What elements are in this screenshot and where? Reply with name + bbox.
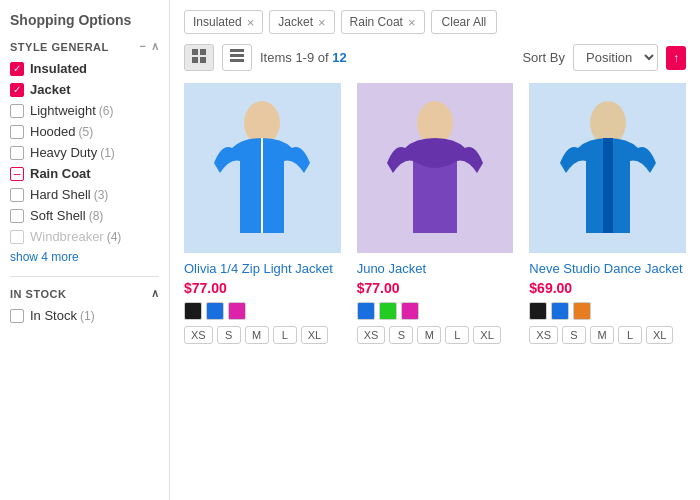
checkbox-soft-shell[interactable]	[10, 209, 24, 223]
toolbar: Items 1-9 of 12 Sort By Position Name Pr…	[184, 44, 686, 71]
caret-icon[interactable]: ∧	[151, 40, 160, 53]
product-sizes-3: XS S M L XL	[529, 326, 686, 344]
product-price-3: $69.00	[529, 280, 686, 296]
filter-item-jacket[interactable]: Jacket	[10, 82, 159, 97]
sort-select[interactable]: Position Name Price	[573, 44, 658, 71]
sidebar-title: Shopping Options	[10, 12, 159, 28]
filter-item-in-stock[interactable]: In Stock (1)	[10, 308, 159, 323]
size-xs-1[interactable]: XS	[184, 326, 213, 344]
remove-insulated-button[interactable]: ×	[247, 16, 255, 29]
product-name-2[interactable]: Juno Jacket	[357, 261, 514, 276]
product-card-1: Olivia 1/4 Zip Light Jacket $77.00 XS S …	[184, 83, 341, 344]
product-name-1[interactable]: Olivia 1/4 Zip Light Jacket	[184, 261, 341, 276]
in-stock-label: IN STOCK	[10, 288, 66, 300]
filter-count-hard-shell: (3)	[94, 188, 109, 202]
collapse-icons[interactable]: − ∧	[140, 40, 159, 53]
filter-label-jacket: Jacket	[30, 82, 70, 97]
filter-label-in-stock: In Stock	[30, 308, 77, 323]
filter-tag-rain-coat[interactable]: Rain Coat ×	[341, 10, 425, 34]
product-card-2: Juno Jacket $77.00 XS S M L XL	[357, 83, 514, 344]
size-xl-1[interactable]: XL	[301, 326, 328, 344]
filter-tag-insulated[interactable]: Insulated ×	[184, 10, 263, 34]
filter-tag-jacket[interactable]: Jacket ×	[269, 10, 334, 34]
svg-rect-2	[192, 57, 198, 63]
checkbox-heavy-duty[interactable]	[10, 146, 24, 160]
show-more-link[interactable]: show 4 more	[10, 250, 159, 264]
product-svg-2	[375, 83, 495, 253]
product-image-3	[529, 83, 686, 253]
size-m-1[interactable]: M	[245, 326, 269, 344]
product-svg-3	[548, 83, 668, 253]
svg-rect-1	[200, 49, 206, 55]
checkbox-hooded[interactable]	[10, 125, 24, 139]
product-image-2	[357, 83, 514, 253]
filter-item-soft-shell[interactable]: Soft Shell (8)	[10, 208, 159, 223]
checkbox-hard-shell[interactable]	[10, 188, 24, 202]
product-sizes-1: XS S M L XL	[184, 326, 341, 344]
remove-jacket-button[interactable]: ×	[318, 16, 326, 29]
checkbox-jacket[interactable]	[10, 83, 24, 97]
size-m-2[interactable]: M	[417, 326, 441, 344]
product-swatches-3	[529, 302, 686, 320]
swatch-pink-2[interactable]	[401, 302, 419, 320]
checkbox-in-stock[interactable]	[10, 309, 24, 323]
product-image-1	[184, 83, 341, 253]
clear-all-button[interactable]: Clear All	[431, 10, 498, 34]
swatch-green-2[interactable]	[379, 302, 397, 320]
filter-label-rain-coat: Rain Coat	[30, 166, 91, 181]
swatch-black-3[interactable]	[529, 302, 547, 320]
checkbox-insulated[interactable]	[10, 62, 24, 76]
remove-rain-coat-button[interactable]: ×	[408, 16, 416, 29]
product-name-3[interactable]: Neve Studio Dance Jacket	[529, 261, 686, 276]
filter-item-heavy-duty[interactable]: Heavy Duty (1)	[10, 145, 159, 160]
filter-count-windbreaker: (4)	[107, 230, 122, 244]
swatch-orange-3[interactable]	[573, 302, 591, 320]
filter-label-heavy-duty: Heavy Duty	[30, 145, 97, 160]
swatch-blue-2[interactable]	[357, 302, 375, 320]
filter-label-hooded: Hooded	[30, 124, 76, 139]
swatch-blue-1[interactable]	[206, 302, 224, 320]
filter-count-hooded: (5)	[79, 125, 94, 139]
grid-view-button[interactable]	[184, 44, 214, 71]
filter-count-soft-shell: (8)	[89, 209, 104, 223]
in-stock-section-header: IN STOCK ∧	[10, 287, 159, 300]
filter-item-lightweight[interactable]: Lightweight (6)	[10, 103, 159, 118]
size-s-1[interactable]: S	[217, 326, 241, 344]
filter-label-windbreaker: Windbreaker	[30, 229, 104, 244]
filter-tag-insulated-label: Insulated	[193, 15, 242, 29]
size-xs-2[interactable]: XS	[357, 326, 386, 344]
filter-item-hard-shell[interactable]: Hard Shell (3)	[10, 187, 159, 202]
grid-icon	[192, 49, 206, 63]
main-content: Insulated × Jacket × Rain Coat × Clear A…	[170, 0, 700, 500]
in-stock-collapse-icon[interactable]: ∧	[151, 287, 160, 300]
filter-item-hooded[interactable]: Hooded (5)	[10, 124, 159, 139]
filter-item-windbreaker[interactable]: Windbreaker (4)	[10, 229, 159, 244]
filter-item-insulated[interactable]: Insulated	[10, 61, 159, 76]
checkbox-windbreaker[interactable]	[10, 230, 24, 244]
checkbox-rain-coat[interactable]	[10, 167, 24, 181]
size-xl-2[interactable]: XL	[473, 326, 500, 344]
size-xs-3[interactable]: XS	[529, 326, 558, 344]
style-section-header: STYLE GENERAL − ∧	[10, 40, 159, 53]
checkbox-lightweight[interactable]	[10, 104, 24, 118]
size-xl-3[interactable]: XL	[646, 326, 673, 344]
filter-tag-jacket-label: Jacket	[278, 15, 313, 29]
swatch-pink-1[interactable]	[228, 302, 246, 320]
sort-label: Sort By	[522, 50, 565, 65]
swatch-blue-3[interactable]	[551, 302, 569, 320]
size-s-2[interactable]: S	[389, 326, 413, 344]
size-s-3[interactable]: S	[562, 326, 586, 344]
sort-direction-button[interactable]: ↑	[666, 46, 686, 70]
size-l-2[interactable]: L	[445, 326, 469, 344]
swatch-black-1[interactable]	[184, 302, 202, 320]
minus-icon[interactable]: −	[140, 40, 147, 53]
items-count: Items 1-9 of 12	[260, 50, 514, 65]
list-view-button[interactable]	[222, 44, 252, 71]
active-filters-bar: Insulated × Jacket × Rain Coat × Clear A…	[184, 10, 686, 34]
size-l-3[interactable]: L	[618, 326, 642, 344]
size-l-1[interactable]: L	[273, 326, 297, 344]
size-m-3[interactable]: M	[590, 326, 614, 344]
filter-item-rain-coat[interactable]: Rain Coat	[10, 166, 159, 181]
filter-label-soft-shell: Soft Shell	[30, 208, 86, 223]
filter-count-in-stock: (1)	[80, 309, 95, 323]
